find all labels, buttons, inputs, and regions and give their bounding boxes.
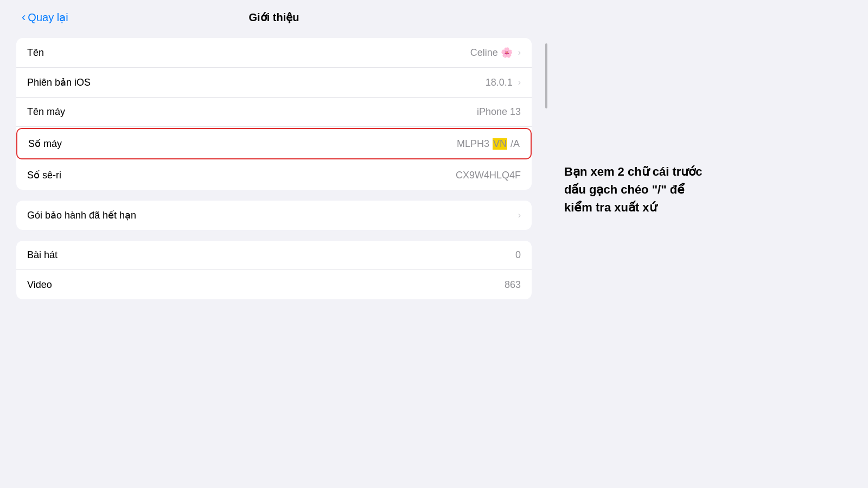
page-title: Giới thiệu (249, 11, 299, 24)
chevron-bao-hanh-icon: › (518, 210, 521, 220)
main-panel: ‹ Quay lại Giới thiệu Tên Celine 🌸 › Phi… (0, 0, 548, 488)
scroll-area[interactable]: Tên Celine 🌸 › Phiên bản iOS 18.0.1 › Tê… (0, 29, 548, 488)
row-video: Video 863 (16, 270, 532, 299)
row-ten-may: Tên máy iPhone 13 (16, 98, 532, 127)
label-ten: Tên (27, 47, 44, 59)
label-ios: Phiên bản iOS (27, 76, 91, 88)
value-ten: Celine 🌸 › (470, 47, 521, 59)
value-bao-hanh: › (516, 210, 521, 220)
label-so-seri: Số sê-ri (27, 169, 61, 181)
value-so-seri: CX9W4HLQ4F (456, 170, 521, 181)
value-ios: 18.0.1 › (486, 77, 521, 88)
label-bao-hanh: Gói bảo hành đã hết hạn (27, 209, 136, 221)
row-bao-hanh[interactable]: Gói bảo hành đã hết hạn › (16, 201, 532, 230)
label-bai-hat: Bài hát (27, 249, 58, 261)
model-prefix: MLPH3 (457, 138, 489, 150)
back-label: Quay lại (28, 11, 68, 24)
label-video: Video (27, 279, 52, 291)
annotation-area: Bạn xem 2 chữ cái trước dấu gạch chéo "/… (548, 0, 868, 488)
value-bai-hat: 0 (515, 249, 521, 261)
value-video: 863 (505, 279, 521, 291)
row-so-seri: Số sê-ri CX9W4HLQ4F (16, 160, 532, 190)
model-highlight-vn: VN (493, 138, 507, 150)
header: ‹ Quay lại Giới thiệu (0, 0, 548, 29)
model-suffix: /A (510, 138, 520, 150)
value-ten-may: iPhone 13 (477, 106, 521, 118)
row-so-may: Số máy MLPH3VN/A (16, 128, 532, 159)
chevron-ten-icon: › (518, 48, 521, 57)
row-ten[interactable]: Tên Celine 🌸 › (16, 38, 532, 68)
value-so-may: MLPH3VN/A (457, 138, 520, 150)
annotation-text: Bạn xem 2 chữ cái trước dấu gạch chéo "/… (564, 163, 716, 216)
row-ios[interactable]: Phiên bản iOS 18.0.1 › (16, 68, 532, 98)
back-chevron-icon: ‹ (22, 11, 25, 23)
card-group-1: Tên Celine 🌸 › Phiên bản iOS 18.0.1 › Tê… (16, 38, 532, 190)
chevron-ios-icon: › (518, 78, 521, 87)
row-bai-hat: Bài hát 0 (16, 241, 532, 270)
back-button[interactable]: ‹ Quay lại (22, 11, 68, 24)
label-ten-may: Tên máy (27, 106, 65, 118)
label-so-may: Số máy (28, 138, 62, 150)
card-group-3: Bài hát 0 Video 863 (16, 241, 532, 299)
card-group-2: Gói bảo hành đã hết hạn › (16, 201, 532, 230)
